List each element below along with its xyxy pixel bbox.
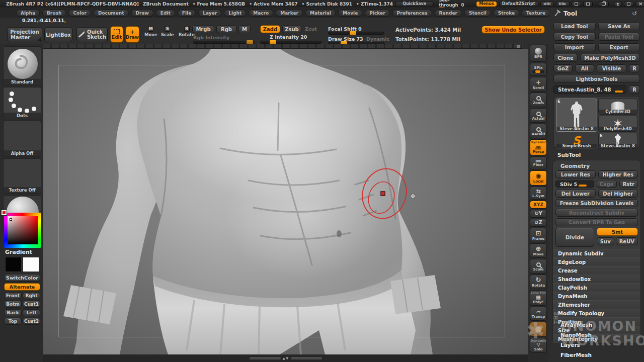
current-brush-thumbnail[interactable]: Standard [3, 46, 41, 85]
copy-tool-button[interactable]: Copy Tool [553, 33, 596, 41]
y-spin-button[interactable]: ↻Y [530, 210, 547, 218]
document-canvas[interactable]: ✥ [43, 49, 528, 354]
goz-all-button[interactable]: All [575, 64, 594, 72]
solo-button[interactable]: Dynamic ∵ Solo [530, 338, 547, 353]
steve-austin-small-thumbnail[interactable]: 6 Steve-Austin_8 [598, 133, 637, 149]
persp-button[interactable]: Dynamic ▦ Persp [530, 139, 547, 155]
convert-bpr-button[interactable]: Convert BPR To Geo [555, 218, 638, 226]
close-button[interactable]: × [635, 1, 644, 7]
menus-toggle[interactable]: Menus [476, 1, 497, 7]
show-undo-selector-button[interactable]: Show Undo Selector [481, 26, 545, 34]
canvas-bottom-divider[interactable]: ▲▼ [43, 354, 528, 362]
spix-slider[interactable]: SPix [530, 63, 547, 76]
menu-item[interactable]: Movie [338, 10, 362, 17]
aahalf-button[interactable]: AAHalf [530, 124, 547, 138]
gyro-scale-button[interactable]: S Scale [161, 26, 174, 37]
polyf-button[interactable]: Line Fill ▦ PolyF [530, 290, 547, 306]
bottom-divider-track[interactable] [250, 357, 281, 359]
quicksave-button[interactable]: QuickSave [395, 1, 434, 7]
import-button[interactable]: Import [553, 43, 596, 51]
del-lower-button[interactable]: Del Lower [555, 190, 596, 198]
local-button[interactable]: ◉ Local [530, 170, 547, 186]
view-top-button[interactable]: Top [4, 318, 22, 325]
menu-item[interactable]: Alpha [16, 10, 40, 17]
menu-item[interactable]: Stroke [494, 10, 519, 17]
menu-item[interactable]: Picker [365, 10, 389, 17]
gyro-move-button[interactable]: M Move [144, 26, 157, 37]
geometry-subsection[interactable]: DynaMesh [553, 292, 640, 300]
geometry-subsection[interactable]: Dynamic Subdiv [553, 249, 640, 257]
geometry-subsection[interactable]: Crease [553, 266, 640, 275]
zoom-button[interactable]: Zoom [530, 93, 547, 107]
menu-item[interactable]: Macro [249, 10, 273, 17]
ghost-button[interactable] [530, 322, 547, 337]
texture-thumbnail[interactable]: Texture Off [3, 158, 41, 194]
minimize-button[interactable]: ▼ [614, 1, 622, 7]
clone-button[interactable]: Clone [553, 54, 578, 62]
zsub-button[interactable]: Zsub [282, 25, 301, 33]
palette-section-header[interactable]: FiberMesh [553, 350, 642, 360]
divider-grip[interactable] [517, 45, 520, 48]
view-back-button[interactable]: Back [4, 309, 22, 316]
default-zscript-button[interactable]: DefaultZScript [499, 1, 538, 7]
view-left-button[interactable]: Left [23, 309, 40, 316]
menu-item[interactable]: Layer [198, 10, 221, 17]
menu-item[interactable]: Texture [522, 10, 550, 17]
export-button[interactable]: Export [598, 43, 640, 51]
suv-toggle[interactable]: Suv [597, 237, 614, 245]
rgb-button[interactable]: Rgb [216, 25, 236, 33]
make-polymesh3d-button[interactable]: Make PolyMesh3D [580, 54, 640, 62]
main-color-swatch[interactable] [5, 257, 22, 272]
divider-arrows-icon[interactable]: ▲▼ [283, 356, 289, 360]
tablet-pressure-right-button[interactable]: ıııı▸ [556, 1, 570, 7]
higher-res-button[interactable]: Higher Res [598, 170, 638, 178]
stroke-type-thumbnail[interactable]: Dots [3, 87, 41, 119]
z-spin-button[interactable]: ↺Z [530, 219, 547, 227]
lsym-button[interactable]: ⇆ L.Sym [530, 187, 547, 200]
menu-item[interactable]: Material [305, 10, 336, 17]
bottom-divider-track[interactable] [291, 357, 322, 359]
color-picker[interactable] [4, 213, 41, 248]
bpr-button[interactable]: BPR [530, 45, 547, 62]
tablet-pressure-left-button[interactable]: ◂ıııı [540, 1, 554, 7]
del-higher-button[interactable]: Del Higher [598, 190, 638, 198]
menu-item[interactable]: File [178, 10, 196, 17]
floor-button[interactable]: ▦ Floor [530, 156, 547, 169]
tool-name-r-button[interactable]: R [629, 85, 640, 94]
geometry-section-header[interactable]: Geometry [555, 162, 638, 170]
geometry-subsection[interactable]: ClayPolish [553, 283, 640, 292]
alpha-thumbnail[interactable]: Alpha Off [3, 121, 41, 157]
paste-document-button[interactable] [583, 1, 593, 7]
palette-section-header[interactable]: ArrayMesh [553, 320, 642, 330]
view-right-button[interactable]: Rght [23, 292, 40, 299]
menu-item[interactable]: Draw [131, 10, 153, 17]
transp-button[interactable]: ▱ Transp [530, 307, 547, 321]
goz-r-button[interactable]: R [629, 64, 640, 72]
load-tool-button[interactable]: Load Tool [553, 22, 596, 30]
lower-res-button[interactable]: Lower Res [555, 170, 596, 178]
paste-tool-button[interactable]: Paste Tool [598, 33, 640, 41]
xyz-button[interactable]: XYZ [530, 201, 547, 209]
cylinder3d-thumbnail[interactable]: Cylinder3D [598, 99, 637, 115]
frame-button[interactable]: ⊡ Frame [530, 228, 547, 242]
palette-section-header[interactable]: NanoMesh [553, 330, 642, 340]
active-tool-thumbnail[interactable]: 6 Steve-Austin_8 [556, 99, 597, 132]
restore-button[interactable] [624, 1, 633, 7]
lightbox-tools-button[interactable]: Lightbox▸Tools [553, 75, 640, 83]
actual-button[interactable]: Actual [530, 108, 547, 123]
reuv-button[interactable]: ReUV [616, 237, 638, 245]
alternate-button[interactable]: Alternate [4, 283, 40, 291]
palette-section-header[interactable]: Layers [553, 340, 642, 350]
freeze-subdivision-button[interactable]: Freeze SubDivision Levels [555, 199, 638, 207]
restore-config-icon[interactable]: ↺ [632, 10, 637, 17]
menu-item[interactable]: Color [68, 10, 91, 17]
color-gradient-square[interactable] [8, 216, 38, 244]
menu-item[interactable]: Light [224, 10, 246, 17]
menu-item[interactable]: Render [435, 10, 462, 17]
draw-button[interactable]: + Draw [125, 26, 139, 43]
rotate-3d-button[interactable]: ↻ Rotate [530, 275, 547, 289]
menu-item[interactable]: Edit [156, 10, 175, 17]
tool-name-slider[interactable]: Steve-Austin_8. 48 [553, 85, 626, 94]
geometry-subsection[interactable]: ZRemesher [553, 300, 640, 309]
projection-master-button[interactable]: Projection Master [7, 27, 42, 42]
